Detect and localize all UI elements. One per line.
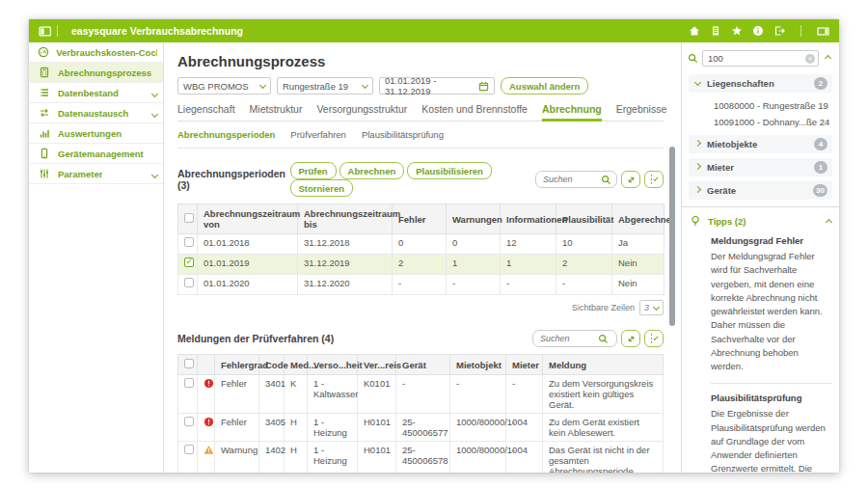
property-select-value: Rungestraße 19 (283, 81, 348, 92)
select-all-checkbox[interactable] (184, 213, 194, 223)
column-header[interactable]: Mieter (506, 355, 543, 375)
row-checkbox[interactable] (184, 445, 194, 454)
column-header[interactable]: Abrechnungszeitraum von (198, 204, 298, 234)
message-row[interactable]: Warnung1402H1 - HeizungH010125-450006578… (178, 442, 664, 474)
row-checkbox[interactable] (184, 258, 194, 267)
tab-versorgungsstruktur[interactable]: Versorgungsstruktur (316, 103, 407, 121)
period-row[interactable]: 01.01.201831.12.2018001210Ja (178, 234, 665, 255)
collapse-chevron-up-icon[interactable] (825, 55, 831, 62)
info-icon[interactable] (752, 25, 764, 37)
home-icon[interactable] (689, 25, 700, 37)
subtab-plausibilitätsprüfung[interactable]: Plausibilitätsprüfung (362, 129, 444, 140)
tree-item[interactable]: 10080000 - Rungestraße 19 (689, 97, 832, 114)
cell: 01.01.2018 (198, 234, 298, 255)
chevron-up-icon[interactable] (826, 218, 832, 225)
messages-search-input[interactable] (538, 333, 598, 344)
abrechnen-button[interactable]: Abrechnen (339, 162, 405, 179)
chevron-right-icon (694, 140, 701, 147)
tab-abrechnung[interactable]: Abrechnung (542, 103, 602, 121)
cell: 1 - Kaltwasser (308, 375, 358, 414)
period-row[interactable]: 01.01.201931.12.20192112Nein (178, 255, 665, 275)
tab-mietstruktur[interactable]: Mietstruktur (250, 103, 303, 121)
subtab-prüfverfahren[interactable]: Prüfverfahren (290, 129, 346, 140)
count-badge: 4 (814, 138, 827, 150)
prüfen-button[interactable]: Prüfen (290, 162, 337, 179)
tip-item: Meldungsgrad FehlerDer Meldungsgrad Fehl… (690, 227, 831, 373)
periods-search-input[interactable] (541, 174, 601, 185)
count-badge: 2 (814, 77, 827, 90)
column-header[interactable]: Abrechnungszeitraum bis (298, 204, 393, 234)
column-header[interactable]: Ver...reis (358, 355, 396, 375)
column-header[interactable]: Fehlergrad (215, 355, 259, 375)
cell: 1 - Heizung (308, 414, 358, 442)
more-options-button[interactable] (644, 330, 664, 347)
tipps-section: Tipps (2) Meldungsgrad FehlerDer Meldung… (682, 206, 839, 473)
refresh-button[interactable] (621, 330, 640, 347)
report-icon[interactable] (710, 25, 721, 37)
tree-item[interactable]: 10091000 - Dohnany...ße 24 (689, 114, 832, 130)
column-header[interactable]: Meldung (543, 355, 664, 375)
visible-rows-select[interactable]: 3 (639, 300, 664, 315)
tab-kosten-und-brennstoffe[interactable]: Kosten und Brennstoffe (421, 103, 528, 121)
column-header[interactable]: Gerät (396, 355, 450, 375)
search-icon[interactable] (598, 334, 609, 344)
sidebar-item-datenaustausch[interactable]: Datenaustausch (29, 103, 163, 123)
column-header[interactable]: Abgerechnet (612, 204, 665, 234)
star-icon[interactable] (731, 25, 743, 37)
sidebar-item-datenbestand[interactable]: Datenbestand (29, 83, 163, 103)
sidebar-item-abrechnungsprozess[interactable]: Abrechnungsprozess (29, 63, 163, 83)
tab-bar: LiegenschaftMietstrukturVersorgungsstruk… (177, 103, 664, 122)
messages-search[interactable] (532, 330, 617, 347)
logout-icon[interactable] (773, 25, 785, 37)
cell: 3401 (259, 375, 285, 414)
tipps-header[interactable]: Tipps (2) (690, 215, 831, 227)
property-select[interactable]: Rungestraße 19 (277, 77, 373, 95)
row-checkbox[interactable] (184, 237, 194, 247)
column-header[interactable]: Mietobjekt (450, 355, 506, 375)
column-header[interactable]: Informationen (501, 204, 556, 234)
panel-toggle-icon[interactable] (39, 25, 51, 38)
cell: 31.12.2018 (298, 234, 393, 255)
message-row[interactable]: Fehler3405H1 - HeizungH010125-4500065771… (178, 414, 664, 442)
company-select[interactable]: WBG PROMOS (177, 77, 271, 95)
period-row[interactable]: 01.01.202031.12.2020----Nein (178, 275, 665, 295)
tree-group-liegenschaften[interactable]: Liegenschaften2 (689, 74, 832, 93)
select-all-checkbox[interactable] (184, 359, 194, 368)
tree-group-mietobjekte[interactable]: Mietobjekte4 (689, 135, 832, 153)
refresh-button[interactable] (621, 171, 640, 188)
tree-group-geräte[interactable]: Geräte30 (689, 181, 832, 200)
search-icon[interactable] (601, 175, 611, 185)
subtab-abrechnungsperioden[interactable]: Abrechnungsperioden (177, 129, 275, 140)
exchange-arrows-icon (38, 107, 51, 119)
column-header[interactable]: Plausibilität (556, 204, 612, 234)
chevron-right-icon (694, 186, 701, 193)
more-options-button[interactable] (644, 171, 664, 188)
main-scrollbar[interactable] (669, 147, 675, 326)
row-checkbox[interactable] (184, 417, 194, 426)
topbar: easysquare Verbrauchsabrechnung (29, 19, 839, 42)
sidebar-item-auswertungen[interactable]: Auswertungen (29, 123, 163, 144)
bar-chart-icon (38, 127, 51, 139)
plausibilisieren-button[interactable]: Plausibilisieren (407, 162, 492, 179)
column-header[interactable]: Warnungen (447, 204, 501, 234)
cell: K0101 (358, 375, 396, 414)
periods-search[interactable] (535, 171, 617, 188)
change-selection-button[interactable]: Auswahl ändern (501, 77, 588, 95)
cell: 31.12.2020 (298, 275, 393, 295)
message-row[interactable]: Fehler3401K1 - KaltwasserK0101---Zu dem … (178, 375, 664, 414)
row-checkbox[interactable] (184, 278, 194, 287)
tree-group-mieter[interactable]: Mieter1 (689, 158, 832, 176)
sidebar-item-gerätemanagement[interactable]: Gerätemanagement (29, 144, 163, 164)
clear-search-icon[interactable]: × (805, 54, 815, 64)
period-datefield[interactable]: 01.01.2019 - 31.12.2019 (379, 77, 495, 95)
window-icon[interactable] (817, 25, 829, 38)
sidebar-item-verbrauchskosten-cockpit[interactable]: Verbrauchskosten-Cockpit (29, 42, 163, 63)
visible-rows-value: 3 (644, 303, 649, 312)
tab-ergebnisse[interactable]: Ergebnisse (616, 103, 667, 121)
tab-liegenschaft[interactable]: Liegenschaft (177, 103, 235, 121)
object-search-input[interactable] (702, 50, 819, 67)
row-checkbox[interactable] (184, 378, 194, 388)
sidebar-item-parameter[interactable]: Parameter (29, 164, 163, 184)
column-header[interactable]: Verso...heit (308, 355, 358, 375)
stornieren-button[interactable]: Stornieren (290, 179, 354, 197)
